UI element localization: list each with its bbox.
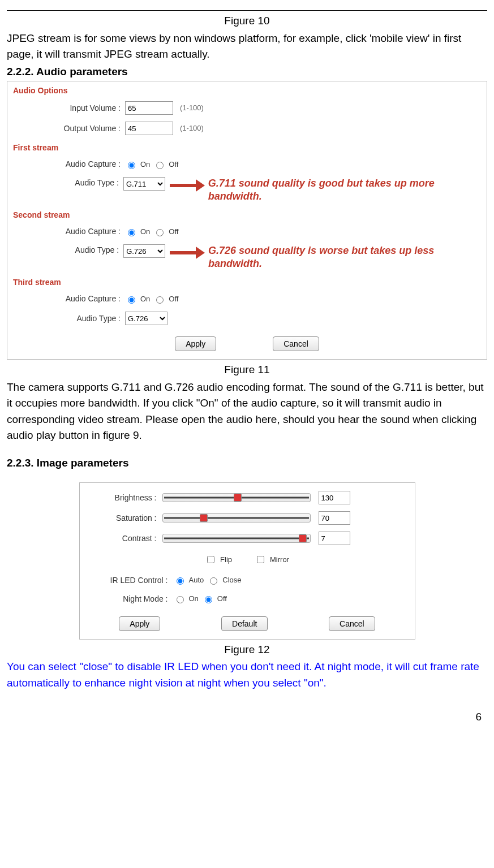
section-third-stream: Third stream bbox=[7, 273, 487, 290]
ss-capture-label: Audio Capture : bbox=[7, 226, 125, 237]
saturation-value[interactable] bbox=[319, 511, 350, 525]
ss-capture-on-radio[interactable] bbox=[128, 229, 135, 236]
night-mode-label: Night Mode : bbox=[89, 593, 174, 605]
ts-capture-off-radio[interactable] bbox=[156, 296, 164, 304]
mirror-label: Mirror bbox=[270, 554, 289, 565]
heading-2-2-2: 2.2.2. Audio parameters bbox=[7, 64, 487, 80]
ts-type-select[interactable]: G.726 bbox=[125, 312, 167, 325]
input-volume-field[interactable] bbox=[125, 101, 173, 115]
contrast-slider[interactable] bbox=[162, 534, 311, 543]
brightness-value[interactable] bbox=[319, 491, 350, 504]
image-panel: Brightness : Saturation : Contrast : Fli… bbox=[79, 482, 415, 640]
contrast-value[interactable] bbox=[319, 532, 350, 545]
arrow-icon bbox=[169, 244, 205, 261]
input-volume-hint: (1-100) bbox=[180, 102, 204, 114]
ir-auto-label: Auto bbox=[189, 575, 204, 586]
contrast-label: Contrast : bbox=[89, 533, 162, 545]
svg-marker-3 bbox=[196, 247, 205, 259]
night-on-radio[interactable] bbox=[177, 596, 184, 603]
ss-off-label: Off bbox=[169, 226, 178, 237]
img-cancel-button[interactable]: Cancel bbox=[329, 616, 375, 631]
ts-capture-label: Audio Capture : bbox=[7, 293, 125, 305]
mirror-checkbox[interactable] bbox=[257, 556, 264, 563]
night-off-label: Off bbox=[217, 593, 227, 604]
fs-type-select[interactable]: G.711 bbox=[123, 177, 165, 191]
input-volume-label: Input Volume : bbox=[7, 102, 125, 114]
ir-close-radio[interactable] bbox=[210, 577, 217, 585]
ss-type-label: Audio Type : bbox=[7, 244, 123, 256]
ts-on-label: On bbox=[140, 293, 150, 305]
section-audio-options: Audio Options bbox=[7, 81, 487, 98]
flip-label: Flip bbox=[220, 554, 232, 565]
output-volume-label: Output Volume : bbox=[7, 123, 125, 135]
ir-led-label: IR LED Control : bbox=[89, 575, 174, 586]
ts-capture-on-radio[interactable] bbox=[128, 296, 135, 304]
annotation-g711: G.711 sound quality is good but takes up… bbox=[208, 177, 487, 202]
fs-off-label: Off bbox=[169, 159, 178, 170]
night-off-radio[interactable] bbox=[205, 596, 212, 603]
figure10-caption: Figure 10 bbox=[7, 13, 487, 29]
ss-type-select[interactable]: G.726 bbox=[123, 244, 165, 258]
ts-type-label: Audio Type : bbox=[7, 313, 125, 325]
ts-off-label: Off bbox=[169, 293, 178, 305]
brightness-label: Brightness : bbox=[89, 492, 162, 504]
page-top-rule bbox=[7, 10, 487, 11]
jpeg-paragraph: JPEG stream is for some views by non win… bbox=[7, 31, 487, 63]
brightness-slider[interactable] bbox=[162, 493, 311, 502]
ss-on-label: On bbox=[140, 226, 150, 237]
figure12-caption: Figure 12 bbox=[7, 642, 487, 658]
saturation-label: Saturation : bbox=[89, 512, 162, 524]
img-apply-button[interactable]: Apply bbox=[119, 616, 160, 631]
flip-checkbox[interactable] bbox=[207, 556, 214, 563]
output-volume-hint: (1-100) bbox=[180, 123, 204, 134]
ir-close-label: Close bbox=[222, 575, 241, 586]
output-volume-field[interactable] bbox=[125, 122, 173, 135]
apply-button[interactable]: Apply bbox=[175, 336, 216, 351]
blue-note: You can select "close" to disable IR LED… bbox=[7, 659, 487, 691]
arrow-icon bbox=[169, 177, 205, 194]
night-on-label: On bbox=[189, 593, 199, 604]
fs-capture-on-radio[interactable] bbox=[128, 162, 135, 169]
heading-2-2-3: 2.2.3. Image parameters bbox=[7, 455, 487, 472]
audio-panel: Audio Options Input Volume : (1-100) Out… bbox=[7, 81, 487, 360]
cancel-button[interactable]: Cancel bbox=[273, 336, 319, 351]
figure11-caption: Figure 11 bbox=[7, 362, 487, 378]
section-first-stream: First stream bbox=[7, 139, 487, 155]
ss-capture-off-radio[interactable] bbox=[156, 229, 164, 236]
audio-paragraph: The camera supports G.711 and G.726 audi… bbox=[7, 379, 487, 444]
saturation-slider[interactable] bbox=[162, 513, 311, 522]
fs-on-label: On bbox=[140, 159, 150, 170]
img-default-button[interactable]: Default bbox=[221, 616, 268, 631]
section-second-stream: Second stream bbox=[7, 206, 487, 222]
fs-type-label: Audio Type : bbox=[7, 177, 123, 189]
fs-capture-off-radio[interactable] bbox=[156, 162, 164, 169]
ir-auto-radio[interactable] bbox=[177, 577, 184, 585]
fs-capture-label: Audio Capture : bbox=[7, 158, 125, 170]
annotation-g726: G.726 sound quality is worse but takes u… bbox=[208, 244, 487, 270]
page-number: 6 bbox=[7, 692, 487, 733]
svg-marker-1 bbox=[196, 179, 205, 192]
